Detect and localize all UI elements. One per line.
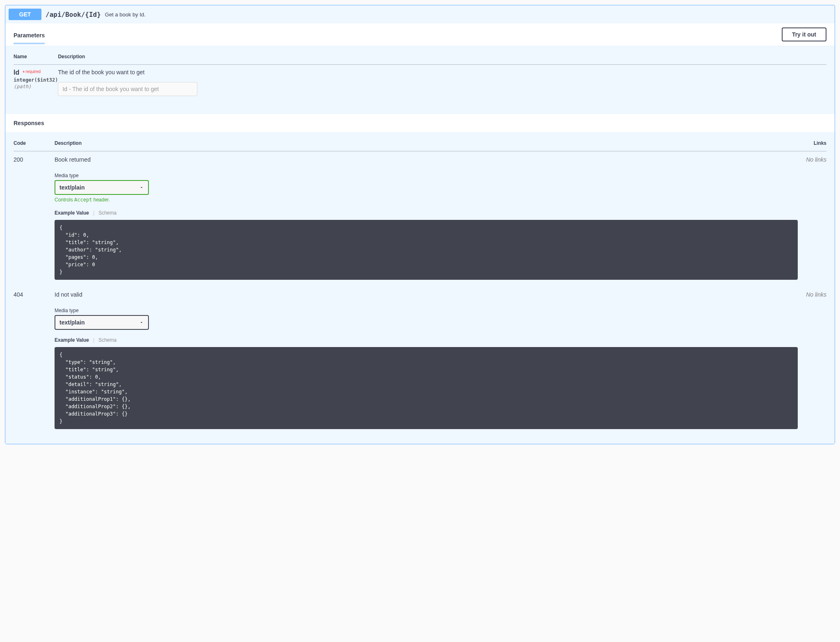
tab-separator: | [93,337,94,343]
media-type-label: Media type [55,173,798,180]
responses-table: Code Description Links 200 Book returned… [14,140,826,436]
tab-schema[interactable]: Schema [98,337,116,343]
response-code: 200 [14,151,55,287]
response-links: No links [798,151,826,287]
param-format: ($int32) [34,77,58,83]
tab-example-value[interactable]: Example Value [55,210,89,216]
tab-separator: | [93,210,94,216]
param-input-id[interactable] [58,82,197,96]
response-header-description: Description [55,140,798,151]
response-row: 200 Book returned Media type text/plain … [14,151,826,287]
operation-block: GET /api/Book/{Id} Get a book by Id. Par… [5,5,835,444]
response-links: No links [798,286,826,436]
response-description: Book returned [55,156,798,173]
example-code-block-200[interactable]: { "id": 0, "title": "string", "author": … [55,220,798,280]
media-type-select-404[interactable]: text/plain [55,315,149,330]
operation-body: Parameters Try it out Name Description I… [5,23,835,444]
parameters-table: Name Description Id *required integer($i… [14,54,826,106]
response-description: Id not valid [55,291,798,308]
response-header-code: Code [14,140,55,151]
responses-section: Code Description Links 200 Book returned… [5,132,835,444]
parameter-row: Id *required integer($int32) (path) The … [14,65,826,106]
method-badge: GET [9,9,41,20]
media-type-select-200[interactable]: text/plain [55,180,149,195]
parameters-header: Parameters Try it out [5,23,835,46]
response-header-links: Links [798,140,826,151]
parameters-section: Name Description Id *required integer($i… [5,46,835,114]
param-header-name: Name [14,54,58,65]
response-row: 404 Id not valid Media type text/plain E… [14,286,826,436]
media-type-label: Media type [55,308,798,315]
tab-schema[interactable]: Schema [98,210,116,216]
param-in: (path) [14,83,58,89]
operation-summary: Get a book by Id. [105,11,146,18]
parameters-title: Parameters [14,29,45,40]
param-type: integer [14,77,34,83]
param-name: Id [14,69,19,76]
param-description: The id of the book you want to get [58,69,826,82]
example-code-block-404[interactable]: { "type": "string", "title": "string", "… [55,347,798,429]
responses-title: Responses [5,114,835,132]
param-header-description: Description [58,54,826,65]
tab-example-value[interactable]: Example Value [55,337,89,343]
response-code: 404 [14,286,55,436]
try-it-out-button[interactable]: Try it out [782,27,826,41]
accept-header-hint: Controls Accept header. [55,195,798,203]
required-label: required [25,69,41,74]
operation-header[interactable]: GET /api/Book/{Id} Get a book by Id. [5,5,835,23]
operation-path: /api/Book/{Id} [46,11,101,18]
